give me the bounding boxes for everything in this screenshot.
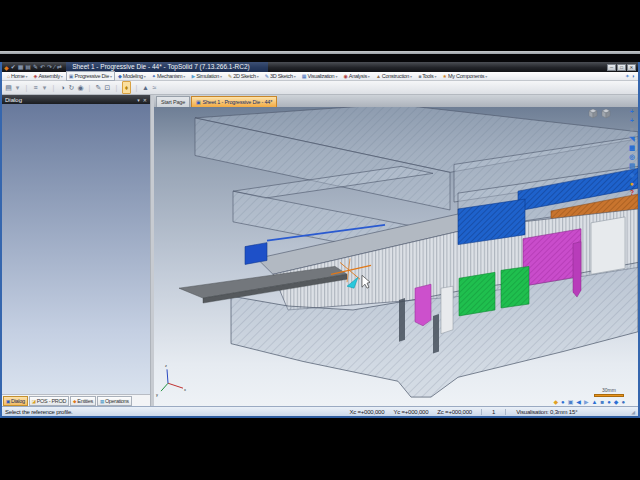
toolbar-icon[interactable]: ≈ [151, 82, 158, 93]
panel-tab-label: POS - PROD [37, 398, 66, 404]
viewport-tool-icon[interactable]: ● [630, 180, 634, 187]
toolbar-icon[interactable]: | [133, 82, 140, 93]
toolbar-icon[interactable]: | [50, 82, 57, 93]
ribbon-tab[interactable]: ◆ Modeling ▾ [115, 71, 149, 81]
options-icon[interactable]: ◗ [632, 73, 635, 80]
viewport-nav-icon[interactable]: ● [621, 398, 625, 406]
quick-access-icon[interactable]: ∕ [54, 63, 55, 71]
chevron-down-icon[interactable]: ▾ [368, 74, 370, 79]
ribbon-tab[interactable]: ★ My Components ▾ [440, 71, 491, 81]
ribbon-tab[interactable]: ▣ Progressive Die ▾ [66, 71, 115, 81]
viewport-nav-icon[interactable]: ▶ [584, 398, 589, 406]
orientation-cubes[interactable] [589, 109, 610, 118]
toolbar-icon[interactable]: ◉ [77, 82, 84, 93]
toolbar-icon[interactable]: ◑ [59, 82, 66, 93]
ribbon-tab[interactable]: ▶ Simulation ▾ [188, 71, 225, 81]
viewport-nav-icon[interactable]: ◆ [553, 398, 558, 406]
panel-tab-label: Dialog [11, 398, 25, 404]
panel-tab[interactable]: ◆ Entities [70, 396, 96, 406]
panel-tab[interactable]: ▣ Dialog [3, 396, 28, 406]
close-button[interactable]: ✕ [627, 64, 636, 71]
chevron-down-icon[interactable]: ▾ [61, 74, 63, 79]
viewport-nav-icon[interactable]: ● [607, 398, 611, 406]
viewport-tool-icon[interactable]: ▤ [629, 162, 635, 169]
chevron-down-icon[interactable]: ▾ [294, 74, 296, 79]
viewport-tool-icon[interactable]: + [630, 117, 634, 124]
quick-access-icon[interactable]: ↷ [47, 63, 52, 71]
chevron-down-icon[interactable]: ▾ [485, 74, 487, 79]
chevron-down-icon[interactable]: ▾ [110, 74, 112, 79]
ribbon-tab[interactable]: ◈ Assembly ▾ [31, 71, 66, 81]
viewport-nav-icon[interactable]: ● [561, 398, 565, 406]
chevron-down-icon[interactable]: ▾ [335, 74, 337, 79]
tab-sheet-document[interactable]: ▣ Sheet 1 - Progressive Die - 44* [191, 96, 277, 107]
chevron-down-icon[interactable]: ▾ [257, 74, 259, 79]
quick-access-icon[interactable]: ▤ [25, 63, 31, 71]
viewport-tool-icon[interactable]: + [630, 108, 634, 115]
chevron-down-icon[interactable]: ▾ [220, 74, 222, 79]
chevron-down-icon[interactable]: ▾ [410, 74, 412, 79]
toolbar-icon[interactable]: | [113, 82, 120, 93]
viewport-tool-icon[interactable]: ≡ [630, 126, 634, 133]
visualisation-setting[interactable]: Visualisation: 0,3mm 15° [516, 409, 577, 415]
toolbar-icon[interactable]: ⊡ [104, 82, 111, 93]
panel-tab[interactable]: ▦ Operations [97, 396, 132, 406]
toolbar-icon[interactable]: | [23, 82, 30, 93]
toolbar-icon[interactable]: ↻ [68, 82, 75, 93]
ribbon-tab[interactable]: ✎ 3D Sketch ▾ [262, 71, 299, 81]
panel-tab[interactable]: ◪ POS - PROD [29, 396, 69, 406]
ribbon-tab[interactable]: ■ Tools ▾ [415, 71, 439, 81]
3d-viewport[interactable]: x z y [154, 107, 638, 406]
close-icon[interactable]: ✕ [143, 97, 147, 103]
quick-access-icon[interactable]: ↶ [40, 63, 45, 71]
viewport-nav-icon[interactable]: ▲ [592, 398, 598, 406]
dialog-panel-body[interactable] [2, 104, 150, 394]
application-window: ◆ ✔▦▤✎↶↷∕⇄ Sheet 1 - Progressive Die - 4… [0, 62, 640, 418]
minimize-button[interactable]: ─ [607, 64, 616, 71]
viewport-tool-icon[interactable]: ▦ [629, 144, 635, 151]
viewport-tool-icon[interactable]: ◆ [630, 171, 635, 178]
toolbar-icon[interactable]: ♦ [122, 81, 131, 94]
toolbar-icon[interactable]: ▾ [14, 82, 21, 93]
viewport-tool-icon[interactable]: ? [630, 189, 634, 196]
toolbar-icon[interactable]: | [86, 82, 93, 93]
letterbox-bottom [0, 418, 640, 480]
viewport-nav-icon[interactable]: ◀ [576, 398, 581, 406]
dialog-panel-header: Dialog ▾ ✕ [2, 95, 150, 104]
tab-start-page[interactable]: Start Page [156, 96, 190, 107]
viewport-nav-icon[interactable]: ■ [601, 398, 605, 406]
topsolid-app-icon[interactable]: ◆ [4, 64, 9, 71]
ribbon-tab-icon: ◈ [34, 73, 38, 79]
viewport-tool-icon[interactable]: ◥ [630, 135, 635, 142]
document-area: Start Page ▣ Sheet 1 - Progressive Die -… [154, 95, 638, 406]
quick-access-icon[interactable]: ✔ [11, 63, 16, 71]
origin-triad: x z y [156, 363, 186, 397]
toolbar-icon[interactable]: ≡ [32, 82, 39, 93]
chevron-down-icon[interactable]: ▾ [183, 74, 185, 79]
ribbon-tab[interactable]: ▦ Visualization ▾ [299, 71, 341, 81]
ribbon-tab[interactable]: ⌂ Home ▾ [4, 71, 31, 81]
chevron-down-icon[interactable]: ▾ [26, 74, 28, 79]
ribbon-tab[interactable]: ▲ Construction ▾ [373, 71, 415, 81]
ribbon-tab[interactable]: ✎ 2D Sketch ▾ [225, 71, 262, 81]
quick-access-icon[interactable]: ✎ [33, 63, 38, 71]
toolbar-icon[interactable]: ▲ [142, 82, 149, 93]
quick-access-icon[interactable]: ⇄ [57, 63, 62, 71]
quick-access-icon[interactable]: ▦ [18, 63, 24, 71]
resize-grip[interactable]: ◢ [631, 409, 635, 415]
toolbar-icon[interactable]: ✎ [95, 82, 102, 93]
panel-tab-icon: ◪ [32, 399, 36, 404]
ribbon-tab-icon: ◆ [118, 73, 122, 79]
ribbon-tab[interactable]: ◉ Analysis ▾ [340, 71, 372, 81]
toolbar-icon[interactable]: ▤ [5, 82, 12, 93]
viewport-nav-icon[interactable]: ▣ [568, 398, 574, 406]
viewport-tool-icon[interactable]: ◎ [629, 153, 635, 160]
viewport-nav-icon[interactable]: ◆ [614, 398, 619, 406]
ribbon-tab[interactable]: ✦ Mechanism ▾ [149, 71, 189, 81]
pin-icon[interactable]: ▾ [137, 97, 140, 103]
toolbar-icon[interactable]: ▾ [41, 82, 48, 93]
maximize-button[interactable]: □ [617, 64, 626, 71]
help-icon[interactable]: ✦ [625, 73, 630, 80]
chevron-down-icon[interactable]: ▾ [144, 74, 146, 79]
chevron-down-icon[interactable]: ▾ [435, 74, 437, 79]
